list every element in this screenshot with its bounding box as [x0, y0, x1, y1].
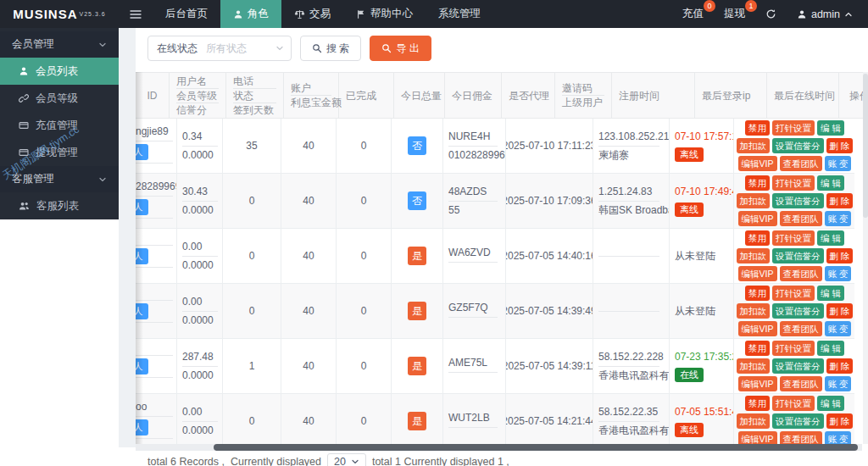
edit-vip-button[interactable]: 编辑VIP [738, 321, 777, 336]
inject-settings-button[interactable]: 打针设置 [772, 120, 815, 136]
table-row[interactable]: oo人0.000.00000400是WUT2LB2025-07-05 14:21… [136, 394, 854, 449]
menu-toggle-icon[interactable] [119, 0, 153, 28]
completed-cell: 40 [281, 284, 337, 338]
invite-code-cell: WUT2LB [443, 394, 506, 448]
disable-button[interactable]: 禁用 [745, 175, 770, 191]
horizontal-scrollbar-thumb[interactable] [214, 444, 858, 451]
sidebar: 会员管理会员列表会员等级充值管理提现管理客服管理客服列表 [0, 28, 119, 219]
add-deduct-button[interactable]: 加扣款 [737, 248, 771, 264]
set-credit-score-button[interactable]: 设置信誉分 [772, 303, 824, 319]
add-deduct-button[interactable]: 加扣款 [737, 358, 771, 374]
delete-button[interactable]: 删 除 [826, 413, 854, 429]
set-credit-score-button[interactable]: 设置信誉分 [772, 193, 824, 208]
recharge-count-badge: 0 [704, 0, 715, 12]
app-logo: MUSINSA V25.3.6 [0, 0, 119, 28]
set-credit-score-button[interactable]: 设置信誉分 [772, 358, 824, 374]
edit-button[interactable]: 编 辑 [817, 341, 844, 356]
inject-settings-button[interactable]: 打针设置 [772, 230, 815, 246]
last-login-ip-cell: 1.251.24.83韩国SK Broadban [593, 174, 670, 228]
nav-item-dashboard[interactable]: 后台首页 [153, 0, 220, 28]
add-deduct-button[interactable]: 加扣款 [737, 303, 771, 319]
account-cell: 0.000.0000 [177, 394, 223, 448]
sidebar-item-member-list[interactable]: 会员列表 [0, 58, 119, 85]
disable-button[interactable]: 禁用 [745, 286, 770, 301]
view-team-button[interactable]: 查看团队 [780, 266, 822, 281]
edit-vip-button[interactable]: 编辑VIP [738, 156, 777, 171]
nav-item-label: 帮助中心 [370, 7, 413, 21]
horizontal-scrollbar[interactable] [136, 444, 862, 451]
nav-item-system[interactable]: 系统管理 [426, 0, 493, 28]
edit-button[interactable]: 编 辑 [817, 230, 844, 246]
view-team-button[interactable]: 查看团队 [780, 321, 822, 336]
delete-button[interactable]: 删 除 [826, 248, 854, 264]
view-team-button[interactable]: 查看团队 [780, 211, 822, 226]
page-size-select[interactable]: 20 [327, 453, 366, 466]
disable-button[interactable]: 禁用 [745, 341, 770, 356]
add-deduct-button[interactable]: 加扣款 [737, 138, 771, 153]
withdraw-shortcut[interactable]: 提现 1 [724, 7, 745, 21]
add-deduct-button[interactable]: 加扣款 [737, 193, 771, 208]
sidebar-item-service-list[interactable]: 客服列表 [0, 192, 119, 219]
account-change-button[interactable]: 账 变 [825, 266, 852, 281]
completed-cell: 40 [281, 119, 337, 173]
view-team-button[interactable]: 查看团队 [780, 376, 822, 391]
nav-item-help-center[interactable]: 帮助中心 [343, 0, 426, 28]
vertical-scrollbar[interactable] [863, 72, 868, 444]
inject-settings-button[interactable]: 打针设置 [772, 286, 815, 301]
admin-menu[interactable]: admin [797, 8, 853, 20]
table-row[interactable]: ngjie89人0.340.000035400否NURE4H0102828996… [136, 119, 854, 174]
online-status-select[interactable]: 在线状态 所有状态 [147, 36, 292, 61]
add-deduct-button[interactable]: 加扣款 [737, 413, 771, 429]
disable-button[interactable]: 禁用 [745, 396, 770, 411]
sidebar-group-service-management[interactable]: 客服管理 [0, 166, 119, 192]
account-change-button[interactable]: 账 变 [825, 211, 852, 226]
sidebar-group-member-management[interactable]: 会员管理 [0, 31, 119, 58]
inject-settings-button[interactable]: 打针设置 [772, 396, 815, 411]
table-row[interactable]: 人0.000.00000400是GZ5F7Q2025-07-05 14:39:4… [136, 284, 854, 339]
last-online-time: 07-10 17:49:48 [675, 186, 733, 198]
edit-vip-button[interactable]: 编辑VIP [738, 266, 777, 281]
sidebar-item-recharge-management[interactable]: 充值管理 [0, 112, 119, 139]
column-header: 已完成 [339, 73, 394, 118]
account-change-button[interactable]: 账 变 [825, 321, 852, 336]
table-row[interactable]: 人287.480.00001400是AME75L2025-07-05 14:39… [136, 339, 854, 394]
delete-button[interactable]: 删 除 [826, 358, 854, 374]
refresh-icon[interactable] [765, 8, 776, 19]
disable-button[interactable]: 禁用 [745, 120, 770, 136]
vertical-scrollbar-thumb[interactable] [863, 74, 868, 218]
sidebar-item-label: 充值管理 [36, 119, 78, 133]
column-header-label: 状态 [233, 89, 276, 103]
delete-button[interactable]: 删 除 [826, 138, 854, 153]
disable-button[interactable]: 禁用 [745, 230, 770, 246]
edit-vip-button[interactable]: 编辑VIP [738, 211, 777, 226]
sidebar-item-member-level[interactable]: 会员等级 [0, 85, 119, 112]
account-change-button[interactable]: 账 变 [825, 156, 852, 171]
edit-button[interactable]: 编 辑 [817, 286, 844, 301]
nav-item-trade[interactable]: 交易 [281, 0, 343, 28]
inject-settings-button[interactable]: 打针设置 [772, 341, 815, 356]
chevron-down-icon [98, 41, 107, 49]
delete-button[interactable]: 删 除 [826, 303, 854, 319]
view-team-button[interactable]: 查看团队 [780, 156, 822, 171]
inject-settings-button[interactable]: 打针设置 [772, 175, 815, 191]
delete-button[interactable]: 删 除 [826, 193, 854, 208]
column-header-label: 最后登录ip [702, 89, 760, 103]
table-row[interactable]: 28289969人30.430.00000400否48AZDS552025-07… [136, 174, 854, 229]
total-records-text: total 6 Records , [147, 456, 225, 466]
nav-item-roles[interactable]: 角色 [220, 0, 281, 28]
table-row[interactable]: 人0.000.00000400是WA6ZVD2025-07-05 14:40:1… [136, 229, 854, 284]
set-credit-score-button[interactable]: 设置信誉分 [772, 248, 824, 264]
row-actions: 禁用打针设置编 辑加扣款设置信誉分删 除编辑VIP查看团队账 变 [734, 394, 854, 448]
edit-button[interactable]: 编 辑 [817, 396, 844, 411]
edit-vip-button[interactable]: 编辑VIP [738, 376, 777, 391]
edit-button[interactable]: 编 辑 [817, 175, 844, 191]
export-button[interactable]: 导 出 [370, 36, 431, 61]
set-credit-score-button[interactable]: 设置信誉分 [772, 138, 824, 153]
set-credit-score-button[interactable]: 设置信誉分 [772, 413, 824, 429]
chevron-down-icon [98, 175, 107, 184]
sidebar-item-withdraw-management[interactable]: 提现管理 [0, 139, 119, 166]
recharge-shortcut[interactable]: 充值 0 [682, 7, 704, 21]
edit-button[interactable]: 编 辑 [817, 120, 844, 136]
account-change-button[interactable]: 账 变 [825, 376, 852, 391]
search-button[interactable]: 搜 索 [300, 36, 361, 61]
